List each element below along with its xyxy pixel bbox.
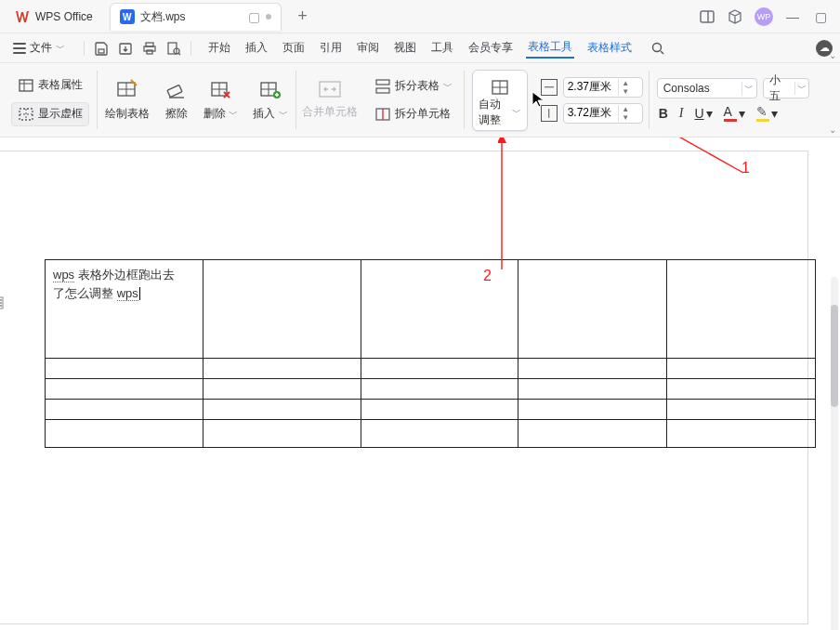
window-restore-icon[interactable]: ▢ xyxy=(248,9,260,24)
file-menu[interactable]: 文件 ﹀ xyxy=(7,38,71,58)
maximize-button[interactable]: ▢ xyxy=(812,8,829,25)
eraser-icon xyxy=(164,78,189,102)
menubar: 文件 ﹀ 开始 插入 页面 引用 审阅 视图 工具 会员专享 表格工具 表格样式… xyxy=(0,33,840,63)
merge-cells-button: 合并单元格 xyxy=(296,63,363,137)
minimize-button[interactable]: — xyxy=(784,8,801,25)
document-area: wps 表格外边框跑出去 了怎么调整 wps 1 2 xyxy=(0,138,840,630)
split-table-label: 拆分表格 xyxy=(395,78,440,94)
table-properties-icon xyxy=(18,77,34,94)
group-table-properties: 表格属性 显示虚框 xyxy=(0,63,97,137)
chevron-down-icon[interactable]: ﹀ xyxy=(742,82,756,95)
stepper-up-icon[interactable]: ▲ xyxy=(619,105,633,113)
new-tab-button[interactable]: + xyxy=(289,4,315,30)
highlight-button[interactable]: ✎▾ xyxy=(756,104,778,122)
save-icon[interactable] xyxy=(94,41,109,56)
erase-label: 擦除 xyxy=(165,106,188,122)
font-size-value: 小五 xyxy=(764,72,795,104)
merge-cells-label: 合并单元格 xyxy=(302,104,358,120)
tab-tools[interactable]: 工具 xyxy=(429,38,455,58)
draw-table-button[interactable]: 绘制表格 xyxy=(98,63,157,137)
cube-icon[interactable] xyxy=(727,8,743,25)
auto-fit-dropdown[interactable]: 自动调整﹀ xyxy=(472,70,528,131)
split-table-icon xyxy=(374,78,391,95)
collapse-ribbon-icon[interactable]: ⌄ xyxy=(829,50,836,60)
group-font: Consolas ﹀ 小五 ﹀ B I U▾ A▾ ✎▾ xyxy=(650,63,817,137)
font-color-button[interactable]: A▾ xyxy=(724,104,745,122)
chevron-down-icon: ﹀ xyxy=(443,80,453,93)
svg-rect-31 xyxy=(376,80,389,85)
panel-icon[interactable] xyxy=(699,8,715,25)
tab-table-tools[interactable]: 表格工具 xyxy=(526,37,574,59)
split-cells-button[interactable]: 拆分单元格 xyxy=(369,103,456,125)
expand-ribbon-icon[interactable]: ⌄ xyxy=(829,125,836,135)
hamburger-icon xyxy=(13,43,26,54)
stepper-down-icon[interactable]: ▼ xyxy=(619,113,633,122)
gridlines-icon xyxy=(18,106,34,123)
underline-button[interactable]: U▾ xyxy=(694,106,712,121)
insert-row-icon xyxy=(258,78,282,102)
group-cell-size: ▲▼ ▲▼ xyxy=(535,63,649,137)
ribbon-tabs: 开始 插入 页面 引用 审阅 视图 工具 会员专享 表格工具 表格样式 xyxy=(206,37,634,59)
titlebar-tools: WP — ▢ xyxy=(699,7,834,26)
chevron-down-icon[interactable]: ﹀ xyxy=(794,82,807,95)
row-height-field[interactable] xyxy=(564,81,618,94)
tab-insert[interactable]: 插入 xyxy=(243,38,269,58)
split-table-dropdown[interactable]: 拆分表格 ﹀ xyxy=(369,75,458,98)
ribbon-table-tools: ⌄ 表格属性 显示虚框 绘制表格 擦除 xyxy=(0,63,840,138)
plus-icon: + xyxy=(297,7,308,26)
document-tab[interactable]: W 文档.wps ▢ xyxy=(110,3,282,31)
print-icon[interactable] xyxy=(142,41,157,56)
row-height-input[interactable]: ▲▼ xyxy=(563,77,643,98)
svg-point-10 xyxy=(653,43,662,51)
annotation-1: 1 xyxy=(742,160,750,177)
svg-line-45 xyxy=(571,138,743,173)
wps-logo-icon xyxy=(15,9,30,24)
insert-dropdown[interactable]: 插入 ﹀ xyxy=(245,63,295,137)
tab-table-style[interactable]: 表格样式 xyxy=(585,38,634,58)
col-width-input[interactable]: ▲▼ xyxy=(563,103,643,124)
file-label: 文件 xyxy=(30,40,52,56)
tab-start[interactable]: 开始 xyxy=(206,38,232,58)
split-cells-label: 拆分单元格 xyxy=(395,106,451,122)
auto-fit-label: 自动调整 xyxy=(479,97,510,128)
show-gridlines-label: 显示虚框 xyxy=(38,106,83,122)
auto-fit-icon xyxy=(490,78,510,97)
delete-dropdown[interactable]: 删除 ﹀ xyxy=(196,63,245,137)
vertical-scrollbar[interactable] xyxy=(831,277,838,630)
tab-review[interactable]: 审阅 xyxy=(355,38,381,58)
stepper-down-icon[interactable]: ▼ xyxy=(619,87,633,96)
tab-vip[interactable]: 会员专享 xyxy=(466,38,515,58)
export-icon[interactable] xyxy=(118,41,133,56)
chevron-down-icon: ﹀ xyxy=(279,109,288,119)
italic-button[interactable]: I xyxy=(679,106,684,121)
svg-rect-12 xyxy=(20,80,33,91)
app-tab-home[interactable]: WPS Office xyxy=(6,3,106,31)
svg-rect-30 xyxy=(320,82,340,97)
col-width-field[interactable] xyxy=(564,107,618,120)
modified-dot-icon xyxy=(266,14,271,20)
scrollbar-thumb[interactable] xyxy=(831,305,838,407)
delete-table-icon xyxy=(209,78,233,102)
font-size-combo[interactable]: 小五 ﹀ xyxy=(763,78,809,98)
stepper-up-icon[interactable]: ▲ xyxy=(619,79,633,87)
draw-table-icon xyxy=(115,78,139,102)
split-cells-icon xyxy=(374,106,391,123)
split-group: 拆分表格 ﹀ 拆分单元格 xyxy=(363,63,464,137)
svg-rect-0 xyxy=(701,11,714,22)
font-name-value: Consolas xyxy=(658,82,715,95)
erase-button[interactable]: 擦除 xyxy=(157,63,196,137)
chevron-down-icon: ﹀ xyxy=(229,109,238,119)
table-properties-button[interactable]: 表格属性 xyxy=(12,74,88,97)
tab-view[interactable]: 视图 xyxy=(392,38,418,58)
tab-reference[interactable]: 引用 xyxy=(318,38,344,58)
tab-page[interactable]: 页面 xyxy=(281,38,307,58)
chevron-down-icon: ﹀ xyxy=(512,106,521,119)
bold-button[interactable]: B xyxy=(659,106,668,121)
preview-icon[interactable] xyxy=(166,41,181,56)
user-avatar[interactable]: WP xyxy=(755,7,773,26)
font-name-combo[interactable]: Consolas ﹀ xyxy=(657,78,757,98)
annotation-2: 2 xyxy=(483,268,492,284)
show-gridlines-button[interactable]: 显示虚框 xyxy=(11,102,89,126)
auto-fit-wrap: 自动调整﹀ xyxy=(465,63,535,137)
search-icon[interactable] xyxy=(650,41,665,56)
